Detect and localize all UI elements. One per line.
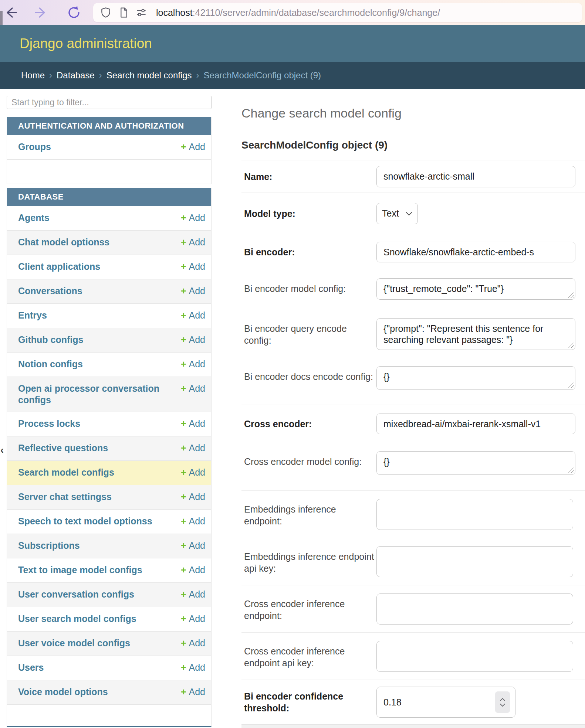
add-link-client-applications[interactable]: +Add <box>181 261 205 272</box>
bi-encoder-query-encode-config-textarea[interactable]: {"prompt": "Represent this sentence for … <box>376 318 575 350</box>
sidebar-item-user-voice-model-configs: User voice model configs+Add <box>7 632 211 656</box>
stepper-down-icon[interactable] <box>500 703 505 707</box>
field-row-model-type: Model type:Text <box>241 193 585 234</box>
add-link-process-locks[interactable]: +Add <box>181 418 205 429</box>
bi-encoder-input[interactable]: Snowflake/snowflake-arctic-embed-s <box>376 242 575 262</box>
field-label: Cross encoder model config: <box>244 451 376 467</box>
add-link-notion-configs[interactable]: +Add <box>181 358 205 370</box>
sidebar-item-chat-model-optionss: Chat model optionss+Add <box>7 231 211 255</box>
add-link-user-search-model-configs[interactable]: +Add <box>181 613 205 625</box>
model-link[interactable]: Conversations <box>18 285 82 297</box>
nav-sidebar: AUTHENTICATION AND AUTHORIZATIONGroups+A… <box>7 96 212 727</box>
sidebar-section-title[interactable]: AUTHENTICATION AND AUTHORIZATION <box>7 117 211 135</box>
add-link-reflective-questions[interactable]: +Add <box>181 442 205 454</box>
embeddings-inference-endpoint-api-key-input[interactable] <box>376 546 573 577</box>
field-row-embeddings-inference-endpoint-api-key: Embeddings inference endpoint api key: <box>241 538 585 585</box>
add-link-search-model-configs[interactable]: +Add <box>181 467 205 478</box>
form-footer-edge <box>241 724 585 728</box>
model-link[interactable]: Chat model optionss <box>18 237 109 248</box>
add-link-groups[interactable]: +Add <box>181 141 205 153</box>
model-link[interactable]: Search model configs <box>18 467 114 478</box>
add-link-subscriptions[interactable]: +Add <box>181 540 205 551</box>
add-link-text-to-image-model-configs[interactable]: +Add <box>181 564 205 576</box>
plus-icon: + <box>181 383 186 394</box>
add-link-chat-model-optionss[interactable]: +Add <box>181 237 205 248</box>
number-stepper[interactable] <box>495 691 510 713</box>
shield-icon[interactable] <box>100 7 112 18</box>
embeddings-inference-endpoint-input[interactable] <box>376 499 573 530</box>
cross-encoder-inference-endpoint-input[interactable] <box>376 593 573 625</box>
field-label: Bi encoder model config: <box>244 278 376 295</box>
field-label: Cross encoder inference endpoint api key… <box>244 641 376 669</box>
address-bar[interactable]: localhost:42110/server/admin/database/se… <box>93 3 582 22</box>
plus-icon: + <box>181 142 186 152</box>
cross-encoder-model-config-textarea[interactable]: {} <box>376 451 575 475</box>
resize-grip-icon[interactable] <box>568 343 574 348</box>
bi-encoder-docs-encode-config-textarea[interactable]: {} <box>376 366 575 390</box>
add-link-user-conversation-configs[interactable]: +Add <box>181 589 205 600</box>
model-type-select[interactable]: Text <box>376 203 418 224</box>
model-link[interactable]: Server chat settingss <box>18 491 112 503</box>
sidebar-item-text-to-image-model-configs: Text to image model configs+Add <box>7 558 211 583</box>
model-link[interactable]: User conversation configs <box>18 589 134 600</box>
model-link[interactable]: Agents <box>18 212 50 224</box>
add-link-speech-to-text-model-optionss[interactable]: +Add <box>181 516 205 527</box>
forward-arrow-icon[interactable] <box>34 5 49 20</box>
model-link[interactable]: Groups <box>18 141 51 153</box>
model-link[interactable]: Voice model options <box>18 686 108 698</box>
bi-encoder-model-config-textarea[interactable]: {"trust_remote_code": "True"} <box>376 278 575 300</box>
model-link[interactable]: Users <box>18 662 44 673</box>
back-arrow-icon[interactable] <box>3 5 18 20</box>
model-link[interactable]: Entrys <box>18 310 47 321</box>
add-label: Add <box>189 662 205 673</box>
model-link[interactable]: User voice model configs <box>18 637 130 649</box>
sidebar-filter-input[interactable] <box>7 96 212 109</box>
breadcrumb-link-database[interactable]: Database <box>57 70 95 81</box>
model-link[interactable]: Client applications <box>18 261 100 272</box>
model-link[interactable]: Text to image model configs <box>18 564 142 576</box>
model-link[interactable]: Open ai processor conversation configs <box>18 383 166 406</box>
resize-grip-icon[interactable] <box>568 467 574 473</box>
field-row-bi-encoder-docs-encode-config: Bi encoder docs encode config:{} <box>241 358 585 405</box>
add-link-conversations[interactable]: +Add <box>181 285 205 297</box>
model-link[interactable]: Process locks <box>18 418 80 429</box>
bi-encoder-confidence-threshold-number-input[interactable]: 0.18 <box>376 687 515 718</box>
name-input[interactable]: snowflake-arctic-small <box>376 166 575 187</box>
page-icon[interactable] <box>118 7 129 18</box>
stepper-up-icon[interactable] <box>500 698 505 701</box>
add-link-user-voice-model-configs[interactable]: +Add <box>181 637 205 649</box>
model-link[interactable]: Speech to text model optionss <box>18 516 152 527</box>
model-link[interactable]: Github configs <box>18 334 83 346</box>
textarea-value: {} <box>383 456 390 467</box>
add-link-voice-model-options[interactable]: +Add <box>181 686 205 698</box>
model-link[interactable]: User search model configs <box>18 613 136 625</box>
add-link-server-chat-settingss[interactable]: +Add <box>181 491 205 503</box>
sliders-icon[interactable] <box>135 7 147 18</box>
sidebar-item-open-ai-processor-conversation-configs: Open ai processor conversation configs+A… <box>7 377 211 412</box>
plus-icon: + <box>181 212 186 223</box>
cross-encoder-input[interactable]: mixedbread-ai/mxbai-rerank-xsmall-v1 <box>376 414 575 434</box>
resize-grip-icon[interactable] <box>568 382 574 388</box>
breadcrumb-link-search-model-configs[interactable]: Search model configs <box>106 70 192 81</box>
add-link-users[interactable]: +Add <box>181 662 205 673</box>
reload-icon[interactable] <box>67 5 81 20</box>
model-link[interactable]: Reflective questions <box>18 442 108 454</box>
input-value: 0.18 <box>383 697 402 708</box>
resize-grip-icon[interactable] <box>568 292 574 298</box>
site-title[interactable]: Django administration <box>20 36 152 51</box>
cross-encoder-inference-endpoint-api-key-input[interactable] <box>376 641 573 672</box>
add-link-github-configs[interactable]: +Add <box>181 334 205 346</box>
add-label: Add <box>189 565 205 575</box>
add-link-entrys[interactable]: +Add <box>181 310 205 321</box>
model-link[interactable]: Subscriptions <box>18 540 80 551</box>
breadcrumb-link-home[interactable]: Home <box>21 70 45 81</box>
sidebar-row-empty <box>7 160 211 184</box>
model-link[interactable]: Notion configs <box>18 358 83 370</box>
sidebar-collapse-toggle[interactable]: ‹ <box>0 445 4 455</box>
add-link-agents[interactable]: +Add <box>181 212 205 224</box>
sidebar-section-title[interactable]: DATABASE <box>7 188 211 206</box>
add-link-open-ai-processor-conversation-configs[interactable]: +Add <box>181 383 205 394</box>
breadcrumb-current: SearchModelConfig object (9) <box>204 70 321 81</box>
sidebar-next-module-edge <box>7 705 212 727</box>
plus-icon: + <box>181 565 186 575</box>
